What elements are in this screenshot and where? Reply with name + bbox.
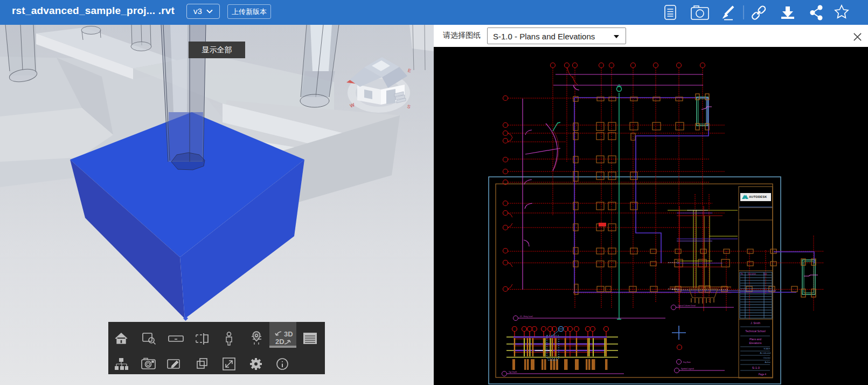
svg-text:2D: 2D — [275, 338, 284, 346]
svg-text:As indicated: As indicated — [760, 352, 770, 354]
svg-text:01 - Entry Level: 01 - Entry Level — [520, 315, 533, 318]
svg-text:Description: Description — [748, 273, 756, 275]
svg-text:Date: Date — [763, 273, 767, 275]
svg-text:Elevations: Elevations — [749, 341, 762, 345]
svg-text:Technical School: Technical School — [745, 329, 766, 333]
svg-text:Typ Depth: Typ Depth — [509, 371, 517, 373]
svg-text:Checker: Checker — [763, 357, 771, 359]
svg-text:Author: Author — [765, 361, 770, 363]
svg-text:Key Note: Key Note — [683, 361, 691, 363]
svg-text:S-1.0: S-1.0 — [752, 366, 760, 369]
svg-text:Page 4: Page 4 — [759, 373, 767, 376]
svg-text:3D: 3D — [284, 330, 293, 338]
svg-text:No: No — [741, 273, 743, 275]
svg-text:J. Smith: J. Smith — [751, 321, 760, 325]
svg-text:AUTODESK: AUTODESK — [749, 195, 767, 198]
svg-text:Symbol Legend: Symbol Legend — [681, 368, 694, 370]
svg-text:Typical Column Detail: Typical Column Detail — [678, 305, 696, 307]
svg-text:E: E — [407, 67, 412, 73]
svg-text:S: S — [406, 104, 411, 109]
svg-text:Plans and: Plans and — [749, 338, 761, 341]
svg-text:SCALE:: SCALE: — [763, 348, 770, 350]
